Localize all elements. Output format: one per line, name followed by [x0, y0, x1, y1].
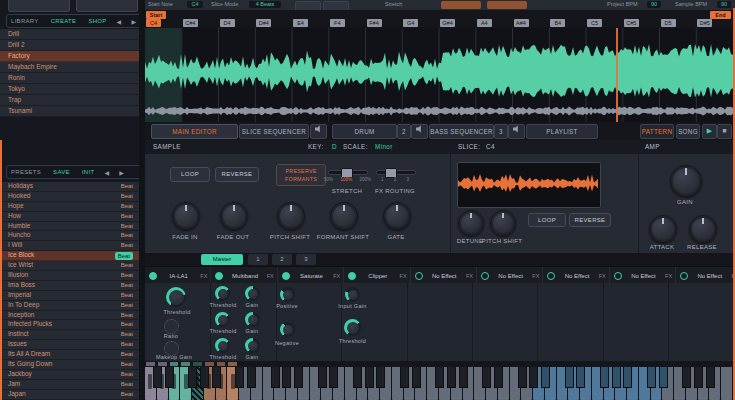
- fx-enable-dot[interactable]: [415, 272, 423, 280]
- piano-key-black[interactable]: [365, 367, 374, 388]
- library-next-icon[interactable]: ▶: [132, 18, 137, 25]
- sidebar-top-tab-2[interactable]: [76, 0, 138, 12]
- piano-key-black[interactable]: [235, 367, 244, 388]
- library-item[interactable]: Trap: [0, 95, 139, 106]
- preset-item[interactable]: JamBeat: [0, 380, 139, 390]
- preset-item[interactable]: I WillBeat: [0, 241, 139, 251]
- preset-item[interactable]: Ice BlockBeat: [0, 251, 139, 261]
- toolbar-button-1[interactable]: [295, 1, 321, 10]
- tab-bass-sequencer[interactable]: BASS SEQUENCER: [429, 124, 494, 139]
- ruler-note-chip[interactable]: D#5: [697, 19, 712, 27]
- mb-threshold-3-knob[interactable]: [215, 338, 230, 353]
- stop-button[interactable]: ■: [717, 124, 732, 139]
- presets-next-icon[interactable]: ▶: [119, 169, 124, 176]
- project-bpm-value[interactable]: 90: [647, 1, 661, 8]
- loop-button[interactable]: LOOP: [170, 167, 210, 182]
- piano-key-black[interactable]: [376, 367, 385, 388]
- fx-slot[interactable]: No EffectFX: [676, 267, 735, 284]
- piano-key-black[interactable]: [541, 367, 550, 388]
- saturate-positive-knob[interactable]: [280, 287, 295, 302]
- start-note-value[interactable]: C4: [187, 1, 203, 8]
- mb-gain-2-knob[interactable]: [245, 312, 260, 327]
- attack-knob[interactable]: [649, 215, 677, 243]
- ruler-note-chip[interactable]: B4: [550, 19, 565, 27]
- fx-slot[interactable]: MultibandFX: [211, 267, 277, 284]
- piano-key-black[interactable]: [447, 367, 456, 388]
- presets-init-button[interactable]: INIT: [82, 169, 95, 175]
- fx-routing-slider[interactable]: [376, 170, 416, 175]
- fx-slot[interactable]: ClipperFX: [344, 267, 410, 284]
- piano-key-black[interactable]: [659, 367, 668, 388]
- fx-enable-dot[interactable]: [614, 272, 622, 280]
- fx-enable-dot[interactable]: [282, 272, 290, 280]
- library-item[interactable]: Ronin: [0, 73, 139, 84]
- presets-save-button[interactable]: SAVE: [53, 169, 70, 175]
- piano-key-black[interactable]: [412, 367, 421, 388]
- mb-gain-1-knob[interactable]: [245, 286, 260, 301]
- drum-seq-number[interactable]: 2: [397, 124, 411, 139]
- saturate-negative-knob[interactable]: [280, 322, 295, 337]
- formant-shift-knob[interactable]: [330, 202, 358, 230]
- slice-pitch-shift-knob[interactable]: [490, 210, 516, 236]
- piano-key-black[interactable]: [212, 367, 221, 388]
- piano-key-black[interactable]: [400, 367, 409, 388]
- waveform-display[interactable]: [145, 28, 733, 122]
- tab-playlist[interactable]: PLAYLIST: [526, 124, 598, 139]
- piano-key-black[interactable]: [565, 367, 574, 388]
- preset-item[interactable]: In To DeepBeat: [0, 301, 139, 311]
- ruler-note-chip[interactable]: G4: [403, 19, 418, 27]
- fx-tab-1[interactable]: 1: [248, 254, 268, 265]
- slice-mode-value[interactable]: 4 Beats: [249, 1, 281, 8]
- fx-enable-dot[interactable]: [149, 272, 157, 280]
- fx-slot[interactable]: SaturateFX: [278, 267, 344, 284]
- piano-key-black[interactable]: [247, 367, 256, 388]
- ruler-note-chip[interactable]: F4: [330, 19, 345, 27]
- presets-prev-icon[interactable]: ◀: [104, 169, 109, 176]
- la1-threshold-knob[interactable]: [166, 287, 186, 307]
- piano-key-black[interactable]: [694, 367, 703, 388]
- ruler-note-chip[interactable]: F#4: [367, 19, 382, 27]
- fx-enable-dot[interactable]: [680, 272, 688, 280]
- piano-key-black[interactable]: [329, 367, 338, 388]
- sidebar-top-tab-1[interactable]: [8, 0, 70, 12]
- preset-item[interactable]: InceptionBeat: [0, 311, 139, 321]
- piano-key-black[interactable]: [529, 367, 538, 388]
- fx-enable-dot[interactable]: [481, 272, 489, 280]
- library-item[interactable]: Drill 2: [0, 40, 139, 51]
- gain-knob[interactable]: [670, 165, 702, 197]
- piano-key-black[interactable]: [318, 367, 327, 388]
- piano-key-black[interactable]: [518, 367, 527, 388]
- preset-item[interactable]: Its All A DreamBeat: [0, 350, 139, 360]
- ruler-note-chip[interactable]: D5: [661, 19, 676, 27]
- pitch-shift-knob[interactable]: [277, 202, 305, 230]
- slice-seq-speaker-icon[interactable]: [310, 124, 327, 139]
- fade-in-knob[interactable]: [172, 202, 200, 230]
- bass-seq-number[interactable]: 3: [494, 124, 508, 139]
- fx-enable-dot[interactable]: [348, 272, 356, 280]
- clipper-input-gain-knob[interactable]: [345, 287, 360, 302]
- start-marker[interactable]: Start: [146, 11, 166, 19]
- library-item[interactable]: Factory: [0, 51, 139, 62]
- piano-key-black[interactable]: [706, 367, 715, 388]
- la1-ratio-knob[interactable]: [164, 319, 179, 334]
- piano-key-black[interactable]: [600, 367, 609, 388]
- fx-slot[interactable]: No EffectFX: [543, 267, 609, 284]
- ruler-note-chip[interactable]: C5: [587, 19, 602, 27]
- piano-key-black[interactable]: [494, 367, 503, 388]
- fx-tab-master[interactable]: Master: [201, 254, 243, 265]
- song-button[interactable]: SONG: [676, 124, 700, 139]
- key-value[interactable]: D: [332, 140, 337, 154]
- ruler-note-chip[interactable]: G#4: [440, 19, 455, 27]
- piano-key-black[interactable]: [200, 367, 209, 388]
- piano-key-black[interactable]: [682, 367, 691, 388]
- piano-key-black[interactable]: [282, 367, 291, 388]
- end-marker[interactable]: End: [710, 11, 731, 19]
- piano-key-black[interactable]: [612, 367, 621, 388]
- piano-key[interactable]: [721, 367, 732, 400]
- fade-out-knob[interactable]: [220, 202, 248, 230]
- piano-key-black[interactable]: [294, 367, 303, 388]
- fx-slot[interactable]: No EffectFX: [610, 267, 676, 284]
- preset-item[interactable]: JackboyBeat: [0, 370, 139, 380]
- preset-item[interactable]: IssuesBeat: [0, 340, 139, 350]
- library-create-button[interactable]: CREATE: [51, 18, 77, 24]
